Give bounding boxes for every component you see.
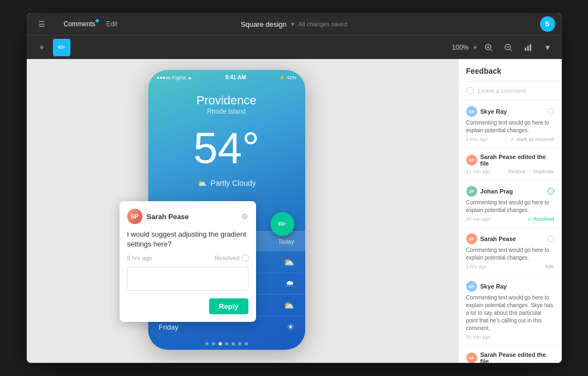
svg-line-5 (510, 49, 512, 51)
saved-status: All changes saved (299, 21, 347, 27)
nav-dot (238, 342, 241, 345)
fb-footer-3: 50 min ago ✓ Resolved (466, 216, 554, 222)
feedback-item-2: SP Sarah Pease edited the file 11 min ag… (459, 148, 562, 180)
comment-circle-icon (466, 87, 474, 95)
nav-dot (245, 342, 248, 345)
phone-time: 9:41 AM (225, 74, 246, 80)
restore-action-1[interactable]: Restore (508, 169, 526, 174)
comment-input[interactable] (127, 267, 248, 291)
comment-header: SP Sarah Pease ⚙ (127, 209, 248, 224)
tab-comments[interactable]: Comments (60, 18, 100, 30)
feedback-item-1: SR Skye Ray Commenting text would go her… (459, 101, 562, 148)
feedback-list: SR Skye Ray Commenting text would go her… (459, 101, 562, 363)
fb-time-2: 11 min ago (466, 169, 491, 174)
fb-footer-1: 1 min ago ✓ Mark as resolved (466, 137, 554, 142)
fb-resolve-circle-3[interactable] (548, 188, 554, 195)
fb-time-1: 1 min ago (466, 137, 488, 142)
comment-user: SP Sarah Pease (127, 209, 189, 224)
title-bar-right: S (540, 16, 555, 32)
fb-avatar-skye: SR (466, 106, 477, 117)
fb-avatar-johan: JP (466, 186, 477, 197)
comment-popup: SP Sarah Pease ⚙ I would suggest adjusti… (120, 201, 256, 322)
tab-dot (96, 19, 99, 22)
fb-item-header-4: SP Sarah Pease (466, 233, 554, 244)
analytics-button[interactable] (520, 40, 536, 55)
feedback-comment-input[interactable]: Leave a comment (459, 81, 562, 101)
phone-status-bar: ●●●oo Figma ▲ 9:41 AM ⚡ 42% (148, 70, 305, 83)
fb-resolve-circle-1[interactable] (548, 108, 554, 115)
fb-avatar-sarah3: SP (466, 352, 477, 363)
dropdown-arrow[interactable]: ▾ (291, 20, 294, 28)
fb-avatar-sarah1: SP (466, 155, 477, 166)
canvas-area[interactable]: ●●●oo Figma ▲ 9:41 AM ⚡ 42% Providence R… (27, 59, 458, 363)
fb-item-header-5: SR Skye Ray (466, 281, 554, 292)
user-avatar[interactable]: S (540, 16, 555, 32)
nav-dot (205, 342, 209, 345)
fb-text-4: Commenting text would go here to explain… (466, 246, 554, 262)
project-name: Square design (241, 20, 287, 28)
fb-avatar-sarah2: SP (466, 233, 477, 244)
cloud-icon: ⛅ (197, 179, 206, 187)
svg-rect-7 (525, 48, 526, 51)
phone-battery: ⚡ 42% (279, 75, 296, 80)
fb-username-skye2: Skye Ray (480, 283, 507, 290)
comment-meta: 8 hrs ago Resolved (127, 255, 248, 261)
comment-time: 8 hrs ago (127, 255, 152, 261)
fb-text-1: Commenting text would go here to explain… (466, 119, 554, 134)
resolved-label-3: ✓ Resolved (527, 216, 554, 222)
duplicate-action-1[interactable]: Duplicate (533, 169, 554, 174)
cursor-tool-button[interactable]: ⌖ (33, 39, 51, 56)
phone-status-left: ●●●oo Figma ▲ (157, 75, 192, 80)
hamburger-menu[interactable]: ☰ (33, 15, 51, 33)
phone-bottom-dots (148, 338, 305, 350)
fb-footer-2: 11 min ago Restore · Duplicate (466, 169, 554, 174)
comment-text: I would suggest adjusting the gradient s… (127, 230, 248, 249)
fb-item-header-3: JP Johan Prag (466, 186, 554, 197)
main-content: ●●●oo Figma ▲ 9:41 AM ⚡ 42% Providence R… (27, 59, 562, 363)
reply-button[interactable]: Reply (209, 298, 248, 314)
fab-edit-button[interactable]: ✏ (270, 212, 294, 236)
chevron-down-icon[interactable]: ▾ (540, 40, 555, 55)
fb-avatar-skye2: SR (466, 281, 477, 292)
svg-rect-9 (530, 44, 531, 51)
fb-user-row-4: SP Sarah Pease (466, 233, 516, 244)
feedback-item-4: SP Sarah Pease Commenting text would go … (459, 228, 562, 275)
title-bar-tabs: Comments Edit (60, 18, 122, 30)
fb-username-sarah1: Sarah Pease edited the file (480, 154, 554, 167)
fb-username-sarah2: Sarah Pease (480, 236, 516, 242)
gear-icon[interactable]: ⚙ (241, 212, 248, 221)
fb-time-5: 30 min ago (466, 334, 491, 340)
fb-footer-4: 3 hrs ago Edit (466, 264, 554, 269)
fb-time-3: 50 min ago (466, 216, 491, 222)
resolved-checkbox[interactable]: Resolved (215, 255, 248, 261)
nav-dot (212, 342, 215, 345)
mark-resolved-action[interactable]: ✓ Mark as resolved (510, 137, 554, 142)
fb-footer-5: 30 min ago (466, 334, 554, 340)
fb-text-3: Commenting text would go here to explain… (466, 199, 554, 214)
pencil-tool-button[interactable]: ✏ (53, 39, 70, 56)
fb-actions-2: Restore · Duplicate (508, 169, 554, 174)
weather-condition: ⛅ Partly Cloudy (197, 179, 256, 187)
fb-resolve-circle-4[interactable] (548, 236, 554, 242)
fb-actions-1: ✓ Mark as resolved (510, 137, 554, 142)
zoom-out-button[interactable] (501, 40, 516, 55)
fb-time-4: 3 hrs ago (466, 264, 487, 269)
fb-username-sarah3: Sarah Pease edited the file (480, 351, 554, 363)
resolved-check[interactable] (242, 255, 248, 261)
title-bar-left: ☰ Comments Edit (33, 15, 122, 33)
svg-rect-8 (527, 46, 528, 51)
title-center: Square design ▾ All changes saved (241, 20, 347, 28)
feedback-item-6: SP Sarah Pease edited the file 2 days ag… (459, 346, 562, 363)
toolbar: ⌖ ✏ 100% ▾ ▾ (27, 35, 562, 59)
zoom-in-button[interactable] (481, 40, 496, 55)
feedback-panel: Feedback Leave a comment SR Skye Ray Com… (458, 59, 562, 363)
zoom-level[interactable]: 100% (452, 44, 469, 51)
fb-actions-4: Edit (545, 264, 554, 269)
tab-edit[interactable]: Edit (102, 18, 122, 30)
fb-user-row-1: SR Skye Ray (466, 106, 507, 117)
app-window: ☰ Comments Edit Square design ▾ All chan… (27, 13, 562, 363)
temperature: 54° (193, 126, 259, 170)
edit-action-4[interactable]: Edit (545, 264, 554, 269)
fb-user-row-2: SP Sarah Pease edited the file (466, 154, 554, 167)
fb-item-header-6: SP Sarah Pease edited the file (466, 351, 554, 363)
